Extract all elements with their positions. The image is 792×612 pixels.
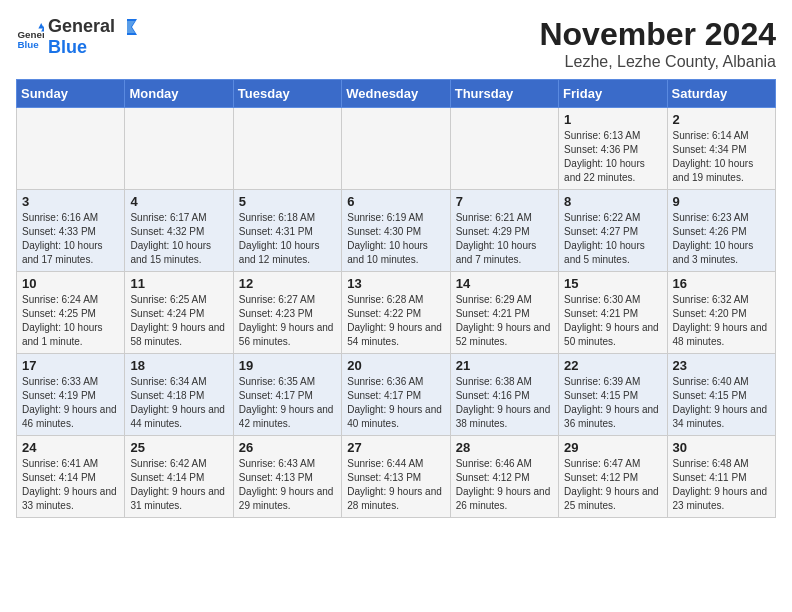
day-info: Sunrise: 6:42 AM Sunset: 4:14 PM Dayligh… <box>130 457 227 513</box>
day-number: 10 <box>22 276 119 291</box>
col-sunday: Sunday <box>17 80 125 108</box>
day-number: 20 <box>347 358 444 373</box>
calendar-cell: 17Sunrise: 6:33 AM Sunset: 4:19 PM Dayli… <box>17 354 125 436</box>
day-info: Sunrise: 6:46 AM Sunset: 4:12 PM Dayligh… <box>456 457 553 513</box>
calendar-cell: 10Sunrise: 6:24 AM Sunset: 4:25 PM Dayli… <box>17 272 125 354</box>
day-info: Sunrise: 6:27 AM Sunset: 4:23 PM Dayligh… <box>239 293 336 349</box>
day-info: Sunrise: 6:18 AM Sunset: 4:31 PM Dayligh… <box>239 211 336 267</box>
calendar-cell <box>17 108 125 190</box>
calendar-week-row: 10Sunrise: 6:24 AM Sunset: 4:25 PM Dayli… <box>17 272 776 354</box>
day-number: 30 <box>673 440 770 455</box>
calendar-cell: 15Sunrise: 6:30 AM Sunset: 4:21 PM Dayli… <box>559 272 667 354</box>
calendar-cell <box>233 108 341 190</box>
day-info: Sunrise: 6:23 AM Sunset: 4:26 PM Dayligh… <box>673 211 770 267</box>
calendar-cell: 7Sunrise: 6:21 AM Sunset: 4:29 PM Daylig… <box>450 190 558 272</box>
day-info: Sunrise: 6:29 AM Sunset: 4:21 PM Dayligh… <box>456 293 553 349</box>
day-info: Sunrise: 6:38 AM Sunset: 4:16 PM Dayligh… <box>456 375 553 431</box>
day-info: Sunrise: 6:48 AM Sunset: 4:11 PM Dayligh… <box>673 457 770 513</box>
day-number: 2 <box>673 112 770 127</box>
day-info: Sunrise: 6:17 AM Sunset: 4:32 PM Dayligh… <box>130 211 227 267</box>
page-subtitle: Lezhe, Lezhe County, Albania <box>539 53 776 71</box>
day-number: 13 <box>347 276 444 291</box>
day-info: Sunrise: 6:34 AM Sunset: 4:18 PM Dayligh… <box>130 375 227 431</box>
day-number: 7 <box>456 194 553 209</box>
calendar-cell: 8Sunrise: 6:22 AM Sunset: 4:27 PM Daylig… <box>559 190 667 272</box>
col-monday: Monday <box>125 80 233 108</box>
day-info: Sunrise: 6:24 AM Sunset: 4:25 PM Dayligh… <box>22 293 119 349</box>
day-number: 6 <box>347 194 444 209</box>
day-info: Sunrise: 6:28 AM Sunset: 4:22 PM Dayligh… <box>347 293 444 349</box>
day-number: 18 <box>130 358 227 373</box>
day-number: 24 <box>22 440 119 455</box>
logo-icon: General Blue <box>16 23 44 51</box>
calendar-week-row: 1Sunrise: 6:13 AM Sunset: 4:36 PM Daylig… <box>17 108 776 190</box>
day-info: Sunrise: 6:36 AM Sunset: 4:17 PM Dayligh… <box>347 375 444 431</box>
calendar-cell: 29Sunrise: 6:47 AM Sunset: 4:12 PM Dayli… <box>559 436 667 518</box>
day-info: Sunrise: 6:43 AM Sunset: 4:13 PM Dayligh… <box>239 457 336 513</box>
calendar-cell: 18Sunrise: 6:34 AM Sunset: 4:18 PM Dayli… <box>125 354 233 436</box>
day-number: 19 <box>239 358 336 373</box>
calendar-cell <box>450 108 558 190</box>
day-number: 11 <box>130 276 227 291</box>
calendar-cell: 3Sunrise: 6:16 AM Sunset: 4:33 PM Daylig… <box>17 190 125 272</box>
calendar-cell: 27Sunrise: 6:44 AM Sunset: 4:13 PM Dayli… <box>342 436 450 518</box>
calendar-week-row: 17Sunrise: 6:33 AM Sunset: 4:19 PM Dayli… <box>17 354 776 436</box>
calendar-cell: 19Sunrise: 6:35 AM Sunset: 4:17 PM Dayli… <box>233 354 341 436</box>
logo-flag-icon <box>117 17 137 37</box>
day-info: Sunrise: 6:33 AM Sunset: 4:19 PM Dayligh… <box>22 375 119 431</box>
calendar-cell: 26Sunrise: 6:43 AM Sunset: 4:13 PM Dayli… <box>233 436 341 518</box>
calendar-cell: 28Sunrise: 6:46 AM Sunset: 4:12 PM Dayli… <box>450 436 558 518</box>
day-info: Sunrise: 6:21 AM Sunset: 4:29 PM Dayligh… <box>456 211 553 267</box>
calendar-cell <box>125 108 233 190</box>
calendar-cell: 22Sunrise: 6:39 AM Sunset: 4:15 PM Dayli… <box>559 354 667 436</box>
col-tuesday: Tuesday <box>233 80 341 108</box>
day-number: 3 <box>22 194 119 209</box>
svg-text:Blue: Blue <box>17 39 39 50</box>
calendar-cell: 9Sunrise: 6:23 AM Sunset: 4:26 PM Daylig… <box>667 190 775 272</box>
calendar-cell <box>342 108 450 190</box>
calendar-cell: 11Sunrise: 6:25 AM Sunset: 4:24 PM Dayli… <box>125 272 233 354</box>
day-number: 14 <box>456 276 553 291</box>
calendar-cell: 20Sunrise: 6:36 AM Sunset: 4:17 PM Dayli… <box>342 354 450 436</box>
calendar-table: Sunday Monday Tuesday Wednesday Thursday… <box>16 79 776 518</box>
day-number: 15 <box>564 276 661 291</box>
day-number: 1 <box>564 112 661 127</box>
col-wednesday: Wednesday <box>342 80 450 108</box>
page-title: November 2024 <box>539 16 776 53</box>
day-number: 29 <box>564 440 661 455</box>
calendar-week-row: 3Sunrise: 6:16 AM Sunset: 4:33 PM Daylig… <box>17 190 776 272</box>
calendar-cell: 4Sunrise: 6:17 AM Sunset: 4:32 PM Daylig… <box>125 190 233 272</box>
day-number: 5 <box>239 194 336 209</box>
title-block: November 2024 Lezhe, Lezhe County, Alban… <box>539 16 776 71</box>
day-number: 25 <box>130 440 227 455</box>
calendar-cell: 16Sunrise: 6:32 AM Sunset: 4:20 PM Dayli… <box>667 272 775 354</box>
page-header: General Blue General Blue November 2024 … <box>16 16 776 71</box>
logo-text-blue: Blue <box>48 37 87 57</box>
day-number: 22 <box>564 358 661 373</box>
day-info: Sunrise: 6:13 AM Sunset: 4:36 PM Dayligh… <box>564 129 661 185</box>
day-info: Sunrise: 6:32 AM Sunset: 4:20 PM Dayligh… <box>673 293 770 349</box>
day-info: Sunrise: 6:35 AM Sunset: 4:17 PM Dayligh… <box>239 375 336 431</box>
calendar-cell: 14Sunrise: 6:29 AM Sunset: 4:21 PM Dayli… <box>450 272 558 354</box>
day-info: Sunrise: 6:39 AM Sunset: 4:15 PM Dayligh… <box>564 375 661 431</box>
logo: General Blue General Blue <box>16 16 137 58</box>
day-number: 8 <box>564 194 661 209</box>
calendar-cell: 12Sunrise: 6:27 AM Sunset: 4:23 PM Dayli… <box>233 272 341 354</box>
day-number: 23 <box>673 358 770 373</box>
day-number: 12 <box>239 276 336 291</box>
day-number: 27 <box>347 440 444 455</box>
calendar-week-row: 24Sunrise: 6:41 AM Sunset: 4:14 PM Dayli… <box>17 436 776 518</box>
day-number: 9 <box>673 194 770 209</box>
day-info: Sunrise: 6:44 AM Sunset: 4:13 PM Dayligh… <box>347 457 444 513</box>
col-thursday: Thursday <box>450 80 558 108</box>
day-number: 21 <box>456 358 553 373</box>
calendar-header-row: Sunday Monday Tuesday Wednesday Thursday… <box>17 80 776 108</box>
calendar-cell: 30Sunrise: 6:48 AM Sunset: 4:11 PM Dayli… <box>667 436 775 518</box>
col-saturday: Saturday <box>667 80 775 108</box>
day-number: 4 <box>130 194 227 209</box>
day-number: 16 <box>673 276 770 291</box>
day-info: Sunrise: 6:41 AM Sunset: 4:14 PM Dayligh… <box>22 457 119 513</box>
logo-text-general: General <box>48 16 115 37</box>
col-friday: Friday <box>559 80 667 108</box>
calendar-cell: 2Sunrise: 6:14 AM Sunset: 4:34 PM Daylig… <box>667 108 775 190</box>
